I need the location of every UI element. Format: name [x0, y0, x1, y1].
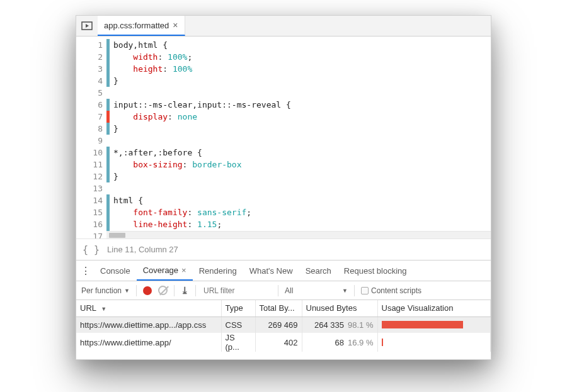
- cell-url: https://www.diettime.app/: [76, 333, 221, 352]
- drawer-tab-search[interactable]: Search: [299, 260, 338, 281]
- close-icon[interactable]: ×: [173, 20, 178, 30]
- drawer-tab-label: Request blocking: [344, 266, 407, 276]
- drawer-tab-label: Search: [306, 266, 331, 276]
- cell-type: JS (p...: [221, 333, 255, 352]
- type-filter-label: All: [285, 286, 293, 295]
- content-scripts-toggle[interactable]: Content scripts: [361, 286, 421, 295]
- table-row[interactable]: https://www.diettime.app.../app.cssCSS26…: [76, 316, 491, 333]
- cell-usage-viz: [377, 316, 491, 333]
- drawer-tab-what-s-new[interactable]: What's New: [243, 260, 299, 281]
- horizontal-scrollbar[interactable]: [106, 231, 491, 238]
- clear-icon[interactable]: [158, 286, 168, 295]
- drawer-tab-request-blocking[interactable]: Request blocking: [338, 260, 413, 281]
- content-scripts-label: Content scripts: [371, 286, 421, 295]
- coverage-toolbar: Per function ▼ ⤓ All ▼ Content sc: [76, 281, 491, 300]
- coverage-mode-label: Per function: [81, 286, 122, 295]
- source-tab-title: app.css:formatted: [104, 21, 169, 30]
- coverage-mode-select[interactable]: Per function ▼: [81, 286, 130, 295]
- editor-status-bar: { } Line 11, Column 27: [76, 239, 491, 260]
- caret-down-icon: ▼: [342, 288, 348, 294]
- caret-down-icon: ▼: [124, 288, 130, 294]
- drawer-tab-label: Rendering: [199, 266, 237, 276]
- column-unused-bytes[interactable]: Unused Bytes: [302, 300, 377, 316]
- cursor-position: Line 11, Column 27: [107, 245, 178, 254]
- drawer-tab-label: What's New: [249, 266, 293, 276]
- drawer-tab-label: Console: [100, 266, 130, 276]
- pretty-print-icon[interactable]: { }: [83, 244, 100, 255]
- drawer-tabbar: ⋮ ConsoleCoverage×RenderingWhat's NewSea…: [76, 260, 491, 281]
- line-number-gutter: 1234567891011121314151617: [76, 36, 106, 238]
- type-filter-select[interactable]: All ▼: [285, 286, 348, 295]
- column-type[interactable]: Type: [221, 300, 255, 316]
- drawer-tab-console[interactable]: Console: [94, 260, 137, 281]
- devtools-panel: app.css:formatted × 12345678910111213141…: [76, 15, 491, 360]
- svg-marker-1: [86, 24, 89, 28]
- coverage-table-header-row: URL ▼ Type Total By... Unused Bytes Usag…: [76, 300, 491, 316]
- scrollbar-thumb[interactable]: [109, 233, 125, 238]
- source-tab[interactable]: app.css:formatted ×: [98, 16, 185, 36]
- drawer-tab-rendering[interactable]: Rendering: [193, 260, 243, 281]
- column-total-bytes[interactable]: Total By...: [255, 300, 302, 316]
- drawer-tab-coverage[interactable]: Coverage×: [137, 260, 193, 281]
- cell-total-bytes: 269 469: [255, 316, 302, 333]
- checkbox-icon[interactable]: [361, 287, 369, 294]
- cell-type: CSS: [221, 316, 255, 333]
- cell-unused-bytes: 6816.9 %: [302, 333, 377, 352]
- column-url[interactable]: URL ▼: [76, 300, 221, 316]
- drawer-more-icon[interactable]: ⋮: [80, 265, 91, 277]
- export-icon[interactable]: ⤓: [181, 285, 189, 296]
- coverage-table: URL ▼ Type Total By... Unused Bytes Usag…: [76, 300, 491, 352]
- record-icon[interactable]: [143, 286, 152, 295]
- cell-url: https://www.diettime.app.../app.css: [76, 316, 221, 333]
- cell-total-bytes: 402: [255, 333, 302, 352]
- close-icon[interactable]: ×: [181, 266, 186, 275]
- column-usage-visualization[interactable]: Usage Visualization: [377, 300, 491, 316]
- table-row[interactable]: https://www.diettime.app/JS (p...4026816…: [76, 333, 491, 352]
- cell-usage-viz: [377, 333, 491, 352]
- code-editor[interactable]: 1234567891011121314151617 body,html { wi…: [76, 36, 491, 239]
- cell-unused-bytes: 264 33598.1 %: [302, 316, 377, 333]
- navigator-toggle-icon[interactable]: [76, 16, 98, 36]
- sort-indicator-icon: ▼: [101, 306, 106, 312]
- drawer-tab-label: Coverage: [143, 266, 178, 275]
- code-content[interactable]: body,html { width: 100%; height: 100%} i…: [110, 36, 491, 238]
- sources-tabbar: app.css:formatted ×: [76, 16, 491, 36]
- url-filter-input[interactable]: [202, 286, 272, 296]
